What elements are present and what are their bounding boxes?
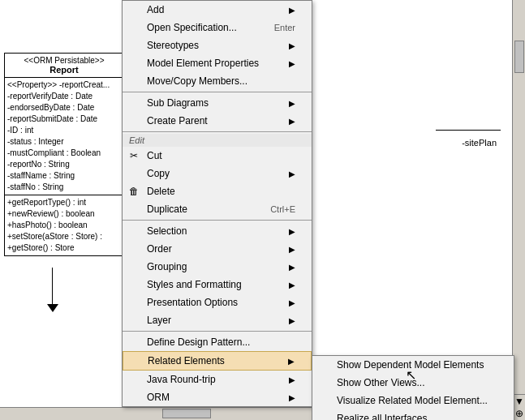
menu-item-java-roundtrip-label: Java Round-trip [147, 374, 216, 385]
menu-item-styles-label: Styles and Formatting [147, 279, 242, 290]
submenu-item-show-dependent-label: Show Dependent Model Elements [337, 359, 484, 371]
menu-sep-3 [123, 220, 312, 221]
menu-sep-1 [123, 92, 312, 92]
method-3: +setStore(aStore : Store) : [7, 231, 121, 242]
submenu-item-realize-interfaces[interactable]: Realize all Interfaces [312, 409, 514, 420]
menu-item-java-roundtrip-arrow: ▶ [289, 375, 295, 384]
uml-class-header: <<ORM Persistable>> Report [5, 54, 123, 78]
menu-item-add-arrow: ▶ [289, 6, 295, 15]
menu-item-duplicate-label: Duplicate [147, 204, 187, 215]
menu-item-copy-arrow: ▶ [289, 169, 295, 178]
menu-item-stereotypes-label: Stereotypes [147, 40, 199, 51]
method-1: +newReview() : boolean [7, 208, 121, 220]
menu-item-create-parent-label: Create Parent [147, 115, 208, 126]
menu-item-move-copy-label: Move/Copy Members... [147, 75, 247, 87]
menu-item-open-spec-label: Open Specification... [147, 22, 237, 33]
attr-3: -reportSubmitDate : Date [7, 114, 121, 125]
uml-classname: Report [6, 65, 122, 75]
menu-item-copy-label: Copy [147, 168, 170, 179]
attr-2: -endorsedByDate : Date [7, 102, 121, 114]
menu-item-duplicate-shortcut: Ctrl+E [270, 204, 295, 214]
menu-item-presentation[interactable]: Presentation Options ▶ [123, 294, 312, 311]
menu-item-layer-label: Layer [147, 315, 171, 326]
uml-connector-line [52, 268, 53, 308]
menu-item-presentation-label: Presentation Options [147, 297, 238, 308]
menu-item-model-element-props-arrow: ▶ [289, 59, 295, 68]
method-0: +getReportType() : int [7, 197, 121, 208]
uml-connector-arrow [47, 304, 58, 312]
menu-item-delete[interactable]: 🗑 Delete [123, 182, 312, 200]
menu-item-grouping-arrow: ▶ [289, 263, 295, 272]
menu-item-cut[interactable]: ✂ Cut [123, 147, 312, 165]
menu-item-sub-diagrams-arrow: ▶ [289, 99, 295, 108]
menu-item-add[interactable]: Add ▶ [123, 1, 312, 19]
menu-item-related-elements-label: Related Elements [148, 355, 225, 366]
menu-item-model-element-props[interactable]: Model Element Properties ▶ [123, 54, 312, 72]
menu-item-copy[interactable]: Copy ▶ [123, 165, 312, 182]
uml-stereotype: <<ORM Persistable>> [6, 56, 122, 65]
menu-item-orm-arrow: ▶ [289, 393, 295, 402]
menu-item-selection-label: Selection [147, 225, 187, 237]
menu-item-presentation-arrow: ▶ [289, 298, 295, 307]
menu-item-sub-diagrams[interactable]: Sub Diagrams ▶ [123, 94, 312, 112]
menu-section-edit: Edit [123, 134, 312, 147]
menu-item-create-parent-arrow: ▶ [289, 117, 295, 126]
context-menu[interactable]: Add ▶ Open Specification... Enter Stereo… [122, 0, 312, 407]
menu-item-open-spec-shortcut: Enter [274, 23, 295, 32]
menu-item-design-pattern-label: Define Design Pattern... [147, 336, 250, 348]
menu-item-orm-label: ORM [147, 392, 170, 403]
attr-9: -staffNo : String [7, 182, 121, 193]
menu-item-styles-arrow: ▶ [289, 281, 295, 289]
submenu-item-realize-interfaces-label: Realize all Interfaces [337, 413, 427, 420]
menu-item-layer-arrow: ▶ [289, 316, 295, 325]
menu-item-sub-diagrams-label: Sub Diagrams [147, 97, 209, 109]
menu-item-delete-label: Delete [147, 186, 175, 197]
attr-7: -reportNo : String [7, 159, 121, 170]
menu-item-related-elements-arrow: ▶ [288, 357, 295, 366]
menu-item-design-pattern[interactable]: Define Design Pattern... [123, 333, 312, 351]
submenu-item-visualize-related-label: Visualize Related Model Element... [337, 395, 488, 406]
scrollbar-down-button[interactable]: ▼ [513, 394, 525, 407]
submenu-item-show-dependent[interactable]: Show Dependent Model Elements [312, 356, 514, 374]
menu-sep-2 [123, 131, 312, 132]
menu-item-selection[interactable]: Selection ▶ [123, 222, 312, 240]
menu-item-java-roundtrip[interactable]: Java Round-trip ▶ [123, 371, 312, 388]
menu-item-order-label: Order [147, 243, 172, 255]
menu-item-layer[interactable]: Layer ▶ [123, 311, 312, 329]
uml-class-attributes: <<Property>> -reportCreat... -reportVeri… [5, 78, 123, 195]
menu-item-stereotypes[interactable]: Stereotypes ▶ [123, 36, 312, 54]
uml-connector-horiz [436, 130, 501, 131]
menu-item-orm[interactable]: ORM ▶ [123, 388, 312, 406]
menu-item-create-parent[interactable]: Create Parent ▶ [123, 112, 312, 130]
menu-item-open-spec[interactable]: Open Specification... Enter [123, 19, 312, 36]
submenu-item-show-other-views-label: Show Other Views... [337, 377, 425, 388]
attr-5: -status : Integer [7, 136, 121, 148]
scrollbar-thumb[interactable] [514, 41, 524, 73]
horizontal-scrollbar-thumb[interactable] [162, 409, 211, 418]
menu-item-selection-arrow: ▶ [289, 227, 295, 236]
menu-item-order[interactable]: Order ▶ [123, 240, 312, 258]
submenu-item-visualize-related[interactable]: Visualize Related Model Element... [312, 392, 514, 409]
attr-0: <<Property>> -reportCreat... [7, 79, 121, 91]
menu-item-model-element-props-label: Model Element Properties [147, 58, 259, 69]
uml-ref-label: -sitePlan [462, 138, 497, 148]
attr-4: -ID : int [7, 125, 121, 136]
menu-item-related-elements[interactable]: Related Elements ▶ [123, 351, 312, 371]
menu-item-grouping[interactable]: Grouping ▶ [123, 258, 312, 276]
menu-item-cut-label: Cut [147, 150, 162, 161]
menu-item-styles[interactable]: Styles and Formatting ▶ [123, 276, 312, 294]
attr-6: -mustCompliant : Boolean [7, 148, 121, 159]
menu-item-add-label: Add [147, 4, 164, 15]
submenu-item-show-other-views[interactable]: Show Other Views... [312, 374, 514, 392]
method-2: +hasPhoto() : boolean [7, 220, 121, 231]
attr-8: -staffName : String [7, 170, 121, 182]
uml-class-box[interactable]: <<ORM Persistable>> Report <<Property>> … [4, 53, 124, 256]
menu-item-move-copy[interactable]: Move/Copy Members... [123, 72, 312, 90]
menu-item-stereotypes-arrow: ▶ [289, 41, 295, 50]
menu-item-grouping-label: Grouping [147, 261, 187, 272]
submenu-related-elements[interactable]: Show Dependent Model Elements Show Other… [312, 355, 514, 420]
menu-sep-4 [123, 331, 312, 332]
attr-1: -reportVerifyDate : Date [7, 91, 121, 102]
trash-icon: 🗑 [127, 185, 140, 198]
menu-item-duplicate[interactable]: Duplicate Ctrl+E [123, 200, 312, 218]
